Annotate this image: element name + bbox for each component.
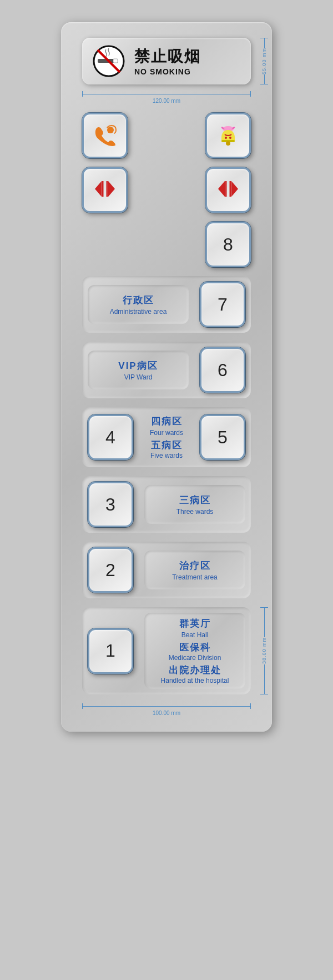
floor2-row: 2 治疗区 Treatment area [82, 542, 251, 598]
floor4-5-row: 4 四病区 Four wards 五病区 Five wards 5 [82, 407, 251, 467]
f1-htick-right [250, 703, 251, 709]
floor1-en1: Beat Hall [181, 631, 209, 639]
dim-hline [83, 94, 250, 94]
floor3-num-label: 3 [105, 494, 115, 515]
dim-htick-right [250, 91, 251, 97]
floor2-button[interactable]: 2 [88, 547, 133, 593]
floor3-label-panel: 三病区 Three wards [144, 485, 245, 524]
floor6-en: VIP Ward [124, 373, 153, 381]
svg-marker-14 [231, 181, 238, 197]
floor2-num-label: 2 [105, 560, 115, 581]
floor3-en: Three wards [176, 508, 214, 516]
floor4-en: Four wards [150, 429, 183, 437]
floor2-label-panel: 治疗区 Treatment area [144, 551, 245, 589]
no-smoking-icon [92, 44, 125, 78]
floor4-cn: 四病区 [151, 415, 183, 428]
floor1-cn2: 医保科 [179, 641, 211, 654]
floor5-en: Five wards [150, 452, 183, 459]
floor7-cn: 行政区 [123, 294, 154, 307]
floor1-width-dim: 100.00 mm [82, 703, 251, 716]
floor1-label-panel: 群英厅 Beat Hall 医保科 Medicare Division 出院办理… [144, 613, 245, 689]
phone-button[interactable] [82, 113, 128, 158]
floor6-label-panel: VIP病区 VIP Ward [88, 351, 189, 389]
dim-vline-2 [264, 74, 265, 84]
floor7-label-panel: 行政区 Administrative area [88, 285, 189, 324]
floor7-en: Administrative area [110, 308, 167, 316]
floor2-cn: 治疗区 [179, 559, 211, 572]
no-smoking-sign-wrapper: 禁止吸烟 NO SMOKING 55.00 mm [82, 38, 251, 84]
f1-width-label: 100.00 mm [82, 710, 251, 716]
open-doors-button[interactable] [82, 167, 128, 213]
floor4-num-label: 4 [105, 427, 115, 448]
svg-marker-12 [108, 181, 115, 197]
open-doors-icon [94, 180, 116, 200]
close-doors-icon [217, 180, 239, 200]
svg-point-7 [226, 141, 230, 146]
no-smoking-text: 禁止吸烟 NO SMOKING [134, 46, 201, 76]
floor1-en3: Handled at the hospital [161, 677, 229, 684]
dimension-width-container: 120.00 mm [82, 91, 251, 104]
floor2-en: Treatment area [172, 573, 218, 581]
phone-icon [92, 123, 118, 148]
svg-point-9 [229, 137, 231, 139]
dim-tick-bot [260, 84, 268, 84]
floor4-button[interactable]: 4 [88, 414, 133, 460]
no-smoking-cn-text: 禁止吸烟 [134, 46, 201, 67]
floor1-en2: Medicare Division [169, 654, 221, 662]
floor8-button[interactable]: 8 [205, 222, 251, 267]
dim-height-label: 55.00 mm [261, 48, 267, 74]
f1-hline [83, 706, 250, 707]
floor8-label: 8 [223, 234, 233, 255]
floor5-num-label: 5 [218, 427, 228, 448]
floor1-cn1: 群英厅 [179, 617, 211, 630]
no-smoking-sign: 禁止吸烟 NO SMOKING [82, 38, 251, 84]
floor8-row: 8 [82, 222, 251, 267]
floor7-row: 行政区 Administrative area 7 [82, 276, 251, 333]
floor6-cn: VIP病区 [118, 359, 158, 372]
floor3-cn: 三病区 [179, 494, 211, 507]
floor1-height-dim: 38.00 mm [254, 607, 274, 694]
floor3-row: 3 三病区 Three wards [82, 476, 251, 533]
f1-dim-vline-top [264, 608, 265, 637]
dimension-height-indicator: 55.00 mm [254, 38, 274, 84]
dim-vline [264, 38, 265, 48]
svg-point-8 [225, 137, 227, 139]
floor1-row: 1 群英厅 Beat Hall 医保科 Medicare Division 出院… [82, 607, 251, 694]
floor1-wrapper: 1 群英厅 Beat Hall 医保科 Medicare Division 出院… [82, 607, 251, 694]
phone-bell-row [82, 113, 251, 158]
no-smoking-en-text: NO SMOKING [134, 67, 201, 76]
floor6-button[interactable]: 6 [200, 347, 245, 393]
floor1-num-label: 1 [105, 641, 115, 661]
bell-icon [215, 123, 241, 148]
floor6-num-label: 6 [218, 360, 228, 381]
floor3-button[interactable]: 3 [88, 482, 133, 527]
floor1-cn3: 出院办理处 [169, 664, 221, 677]
svg-rect-2 [113, 59, 118, 63]
f1-dim-vlabel: 38.00 mm [261, 637, 267, 664]
floor5-button[interactable]: 5 [200, 414, 245, 460]
floor1-button[interactable]: 1 [88, 628, 133, 674]
dim-hline-row [82, 91, 251, 97]
floor6-row: VIP病区 VIP Ward 6 [82, 342, 251, 398]
close-doors-button[interactable] [205, 167, 251, 213]
f1-hline-row [82, 703, 251, 709]
floor7-button[interactable]: 7 [200, 282, 245, 327]
svg-marker-16 [218, 181, 225, 197]
floor5-cn: 五病区 [151, 439, 183, 452]
svg-point-4 [107, 127, 114, 133]
svg-marker-10 [95, 181, 102, 197]
f1-dim-tick-bot [260, 694, 268, 694]
f1-dim-vline-bot [264, 664, 265, 694]
dim-width-label: 120.00 mm [82, 98, 251, 104]
bell-button[interactable] [205, 113, 251, 158]
open-close-row [82, 167, 251, 213]
floor7-num-label: 7 [218, 294, 228, 315]
